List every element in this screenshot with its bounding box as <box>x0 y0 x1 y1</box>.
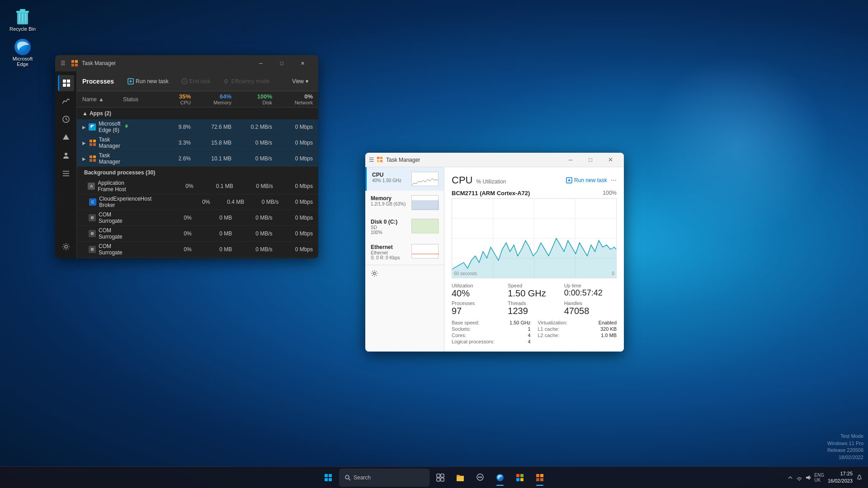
process-row-taskmgr1[interactable]: ▶ Task Manager <box>77 135 318 151</box>
chevron-up-icon[interactable] <box>787 474 793 481</box>
base-speed-val: 1.50 GHz <box>509 320 530 325</box>
perf-sidebar-ethernet[interactable]: Ethernet Ethernet S: 0 R: 0 Kbps <box>365 239 444 265</box>
perf-hamburger-icon[interactable]: ☰ <box>369 156 374 163</box>
background-section-header[interactable]: Background processes (30) <box>77 167 318 178</box>
perf-settings-gear-icon <box>371 270 378 277</box>
sidebar-processes-icon[interactable] <box>58 75 74 91</box>
store-button[interactable] <box>511 469 529 487</box>
l2-val: 1.0 MB <box>601 333 617 338</box>
apps-section-header[interactable]: ▲ Apps (2) <box>77 108 318 119</box>
processes-titlebar[interactable]: ☰ Task Manager ─ □ ✕ <box>55 55 318 71</box>
task-manager-taskbar-button[interactable] <box>531 469 549 487</box>
minimize-button[interactable]: ─ <box>250 55 271 71</box>
svg-rect-12 <box>67 80 70 83</box>
edge-taskbar-button[interactable] <box>491 469 509 487</box>
desktop-icon-recycle-bin[interactable]: Recycle Bin <box>5 5 41 33</box>
stat-processes: Processes 97 <box>452 300 504 316</box>
perf-minimize-button[interactable]: ─ <box>561 153 580 167</box>
proc-cpu-val: 0% <box>176 199 210 205</box>
processes-table[interactable]: Name ▲ Status 35% CPU 64% Memory <box>77 91 318 258</box>
processes-stat-val: 97 <box>452 306 504 316</box>
more-options-button[interactable]: ··· <box>611 176 617 184</box>
table-header: Name ▲ Status 35% CPU 64% Memory <box>77 91 318 108</box>
row-expand-icon: ▶ <box>82 125 86 130</box>
stat-handles: Handles 47058 <box>564 300 617 316</box>
logical-val: 4 <box>528 339 530 344</box>
svg-rect-31 <box>90 155 92 158</box>
perf-close-button[interactable]: ✕ <box>600 153 620 167</box>
perf-sidebar-memory[interactable]: Memory 1.2/1.9 GB (63%) <box>365 191 444 214</box>
taskmgr-icon-svg <box>90 140 96 146</box>
taskbar-time: 17:25 <box>828 470 853 477</box>
sidebar-details-icon[interactable] <box>58 165 74 182</box>
start-button[interactable] <box>319 469 337 487</box>
run-new-task-button[interactable]: Run new task <box>123 76 173 86</box>
detail-logical: Logical processors: 4 <box>452 339 531 344</box>
svg-rect-55 <box>325 478 328 481</box>
taskmgr-icon-svg2 <box>90 155 96 162</box>
edge-proc-icon <box>89 123 96 131</box>
cpu-utilization-chart: 60 seconds 0 <box>452 198 617 278</box>
run-new-task-perf-button[interactable]: Run new task <box>566 177 607 183</box>
maximize-button[interactable]: □ <box>271 55 292 71</box>
close-button[interactable]: ✕ <box>292 55 313 71</box>
sidebar-performance-icon[interactable] <box>58 93 74 109</box>
desktop-icon-edge[interactable]: Microsoft Edge <box>5 36 41 69</box>
sidebar-startup-icon[interactable] <box>58 129 74 145</box>
volume-icon[interactable] <box>805 474 811 481</box>
bg-row-cloud[interactable]: C CloudExperienceHost Broker 0% 0.4 MB 0… <box>77 194 318 210</box>
svg-rect-32 <box>93 155 96 158</box>
processes-nav-icon <box>62 79 71 87</box>
bg-row-com2[interactable]: ⚙ COM Surrogate 0% 0 MB 0 MB/s 0 Mbps <box>77 226 318 242</box>
efficiency-mode-button[interactable]: Efficiency mode <box>218 76 274 86</box>
perf-settings-icon[interactable] <box>365 265 444 282</box>
sidebar-users-icon[interactable] <box>58 147 74 164</box>
bg-row-com3[interactable]: ⚙ COM Surrogate 0% 0 MB 0 MB/s 0 Mbps <box>77 242 318 258</box>
bg-row-appframe[interactable]: A Application Frame Host 0% 0.1 MB 0 MB/… <box>77 178 318 194</box>
process-row-edge[interactable]: ▶ Microsoft Edge (6) <box>77 119 318 135</box>
svg-rect-2 <box>20 9 25 11</box>
perf-sidebar-cpu[interactable]: CPU 40% 1.50 GHz <box>365 167 444 191</box>
cpu-mini-chart-svg <box>412 172 439 186</box>
svg-rect-61 <box>437 478 440 481</box>
view-button[interactable]: View ▾ <box>288 76 313 86</box>
processes-body: Processes Run new task <box>55 71 318 258</box>
uptime-stat-val: 0:00:57:42 <box>564 288 617 298</box>
svg-rect-14 <box>67 84 70 87</box>
bg-row-com1[interactable]: ⚙ COM Surrogate 0% 0 MB 0 MB/s 0 Mbps <box>77 210 318 226</box>
process-row-taskmgr2[interactable]: ▶ Task Manager <box>77 151 318 167</box>
cpu-max-label: 100% <box>603 190 617 197</box>
perf-window-title: Task Manager <box>386 157 561 163</box>
sidebar-settings-icon[interactable] <box>58 239 74 255</box>
svg-point-42 <box>373 272 376 275</box>
bg-row-ctf[interactable]: C CTF Loader 0% 1.6 MB 0 MB/s 0 Mbps <box>77 258 318 258</box>
perf-titlebar[interactable]: ☰ Task Manager ─ □ ✕ <box>365 153 624 167</box>
search-button[interactable]: Search <box>339 469 429 487</box>
proc-net-val: 0 Mbps <box>272 155 313 162</box>
virt-key: Virtualization: <box>538 320 568 325</box>
col-disk-header[interactable]: 100% Disk <box>231 93 272 105</box>
col-cpu-header[interactable]: 35% CPU <box>150 93 191 105</box>
svg-rect-27 <box>90 140 92 142</box>
task-view-button[interactable] <box>431 469 449 487</box>
col-net-header[interactable]: 0% Network <box>272 93 313 105</box>
perf-maximize-button[interactable]: □ <box>580 153 600 167</box>
proc-net-val: 0 Mbps <box>273 246 313 253</box>
sidebar-history-icon[interactable] <box>58 111 74 127</box>
notification-icon[interactable] <box>856 474 863 481</box>
proc-disk-val: 0 MB/s <box>232 246 272 253</box>
file-explorer-button[interactable] <box>451 469 469 487</box>
processes-window-title: Task Manager <box>82 60 247 66</box>
end-task-button[interactable]: End task <box>177 76 215 86</box>
taskbar-clock[interactable]: 17:25 16/02/2023 <box>828 470 853 484</box>
network-icon[interactable] <box>796 474 802 481</box>
perf-sidebar-disk[interactable]: Disk 0 (C:) SD 100% <box>365 214 444 239</box>
cloud-icon: C <box>89 198 96 206</box>
language-indicator[interactable]: ENGUK <box>814 473 824 483</box>
hamburger-icon[interactable]: ☰ <box>61 60 66 66</box>
proc-status-cell <box>123 123 150 131</box>
col-mem-header[interactable]: 64% Memory <box>191 93 231 105</box>
chat-button[interactable] <box>471 469 489 487</box>
col-name-header[interactable]: Name ▲ <box>82 96 123 103</box>
proc-disk-val: 0.2 MB/s <box>231 124 272 130</box>
